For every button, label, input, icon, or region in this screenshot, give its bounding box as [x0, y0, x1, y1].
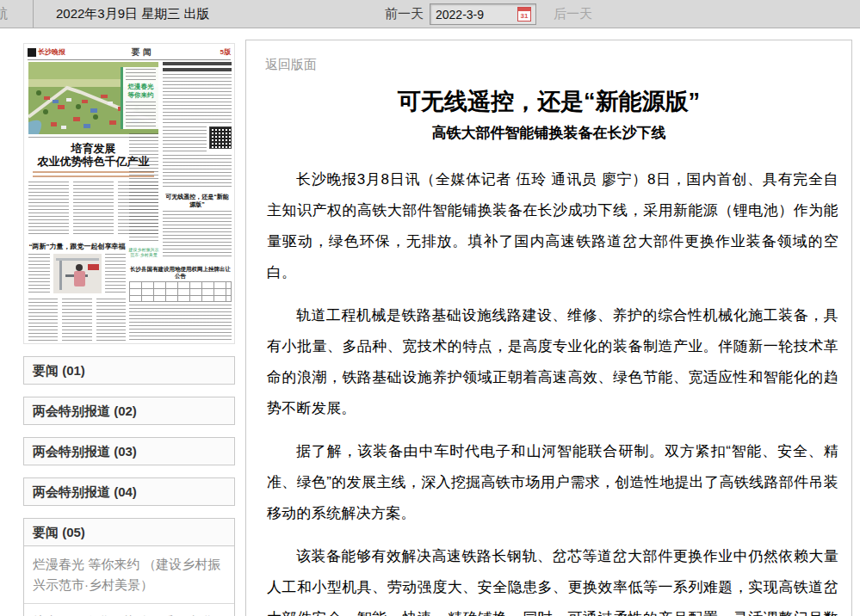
photo-overlay-box: 烂漫春光 等你来约	[121, 67, 158, 129]
calendar-icon-day: 31	[518, 11, 530, 21]
sidebar-article-list: 烂漫春光 等你来约 （建设乡村振兴示范市·乡村美景） 培育发展农业优势特色千亿产…	[23, 546, 235, 616]
article-paragraph: 轨道工程机械是铁路基础设施线路建设、维修、养护的综合性机械化施工装备，具有小批量…	[267, 300, 838, 424]
thumb-article2-headline: “两新”力量，跟党一起创享幸福	[28, 242, 126, 251]
thumb-section-label: 要闻	[65, 46, 220, 59]
masthead-rule	[28, 59, 231, 60]
qr-code-icon	[209, 126, 232, 149]
thumb-right-column: 可无线遥控，还是“新能源版”	[163, 62, 232, 263]
next-day-link[interactable]: 后一天	[554, 0, 592, 28]
thumb-series-stamp: 建设乡村振兴示范市·乡村美景	[127, 247, 160, 257]
thumb-right-headline: 可无线遥控，还是“新能源版”	[163, 193, 232, 208]
page-thumbnail[interactable]: 长沙晚报 要闻 5版	[23, 43, 235, 344]
sidebar-article-link[interactable]: 烂漫春光 等你来约 （建设乡村振兴示范市·乡村美景）	[24, 546, 234, 603]
thumb-article2-block	[28, 254, 126, 293]
thumb-notice-headline: 长沙县国有建设用地使用权网上挂牌出让公告	[129, 266, 232, 280]
thumb-article2-columns	[28, 299, 126, 342]
article-subtitle: 高铁大部件智能铺换装备在长沙下线	[246, 123, 851, 143]
article-paragraph: 长沙晚报3月8日讯（全媒体记者 伍玲 通讯员 廖宁）8日，国内首创、具有完全自主…	[267, 164, 838, 288]
sidebar-section-lianghui-04[interactable]: 两会特别报道 (04)	[23, 477, 235, 506]
article-title: 可无线遥控，还是“新能源版”	[246, 86, 851, 117]
sidebar-article-link[interactable]: 培育发展农业优势特色千亿产业	[24, 603, 234, 616]
sidebar-section-yaowen-01[interactable]: 要闻 (01)	[23, 356, 235, 385]
sidebar-section-lianghui-02[interactable]: 两会特别报道 (02)	[23, 397, 235, 425]
previous-day-link[interactable]: 前一天	[385, 0, 424, 28]
sidebar: 长沙晚报 要闻 5版	[23, 43, 235, 616]
right-headline-bars	[163, 62, 232, 71]
thumb-page-number: 5版	[220, 47, 231, 57]
back-to-page-link[interactable]: 返回版面	[265, 57, 317, 73]
thumb-masthead: 长沙晚报 要闻 5版	[28, 46, 231, 58]
article-paragraph: 据了解，该装备由中车时代电子和山河智能联合研制。双方紧扣“智能、安全、精准、绿色…	[267, 436, 838, 529]
nav-partial-label[interactable]: 航	[0, 0, 8, 28]
article-paragraph: 该装备能够有效解决高速铁路长钢轨、岔芯等道岔大部件更换作业中仍然依赖大量人工和小…	[267, 541, 838, 616]
masthead-title: 长沙晚报	[38, 47, 65, 57]
overlay-title-line2: 等你来约	[126, 91, 156, 100]
thumb-middle-column-lines	[129, 133, 158, 243]
article-body: 长沙晚报3月8日讯（全媒体记者 伍玲 通讯员 廖宁）8日，国内首创、具有完全自主…	[267, 164, 838, 616]
worker-photo	[53, 254, 102, 293]
publication-date-label: 2022年3月9日 星期三 出版	[56, 0, 209, 28]
masthead-logo-icon	[28, 48, 36, 57]
article-panel: 返回版面 可无线遥控，还是“新能源版” 高铁大部件智能铺换装备在长沙下线 长沙晚…	[245, 40, 852, 616]
top-navigation-bar: 航 2022年3月9日 星期三 出版 前一天 31 后一天	[0, 0, 860, 28]
sidebar-section-lianghui-03[interactable]: 两会特别报道 (03)	[23, 437, 235, 465]
overlay-text-lines	[126, 69, 156, 81]
calendar-icon[interactable]: 31	[517, 7, 531, 22]
overlay-text-lines	[126, 102, 156, 127]
thumb-notice-block: 长沙县国有建设用地使用权网上挂牌出让公告	[129, 266, 232, 342]
nav-divider	[33, 0, 34, 28]
thumb-notice-table	[129, 281, 232, 302]
overlay-title-line1: 烂漫春光	[126, 83, 156, 91]
sidebar-section-yaowen-05[interactable]: 要闻 (05)	[23, 518, 235, 546]
